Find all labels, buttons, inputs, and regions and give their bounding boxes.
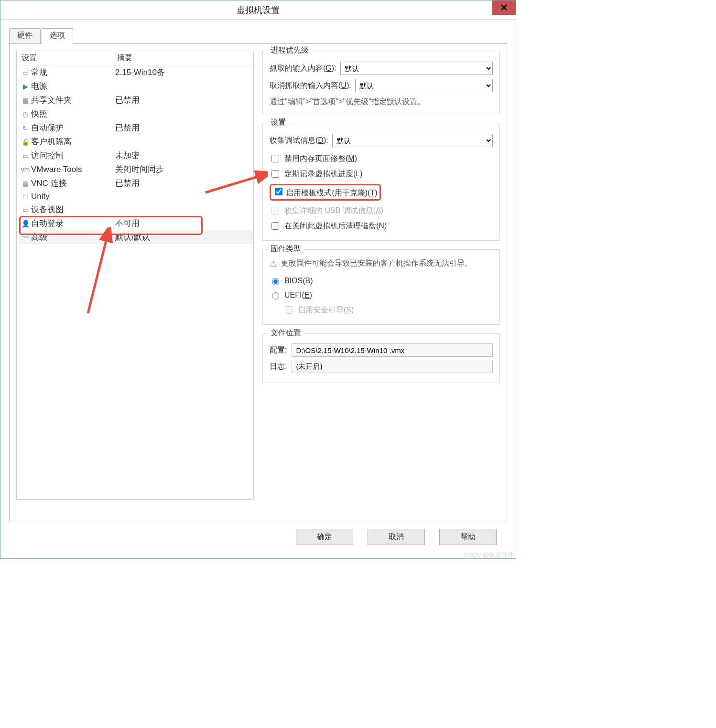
label-config: 配置: — [270, 345, 287, 355]
chk-usb — [271, 207, 279, 214]
select-debug[interactable]: 默认 — [332, 134, 493, 147]
row-name: VMware Tools — [31, 165, 82, 174]
row-name: 高级 — [31, 232, 47, 243]
select-grabbed[interactable]: 默认 — [340, 62, 493, 75]
row-icon: ▤ — [20, 96, 31, 104]
client-area: 硬件 选项 设置 摘要 ▭常规2.15-Win10备▶电源▤共享文件夹已禁用◷快… — [0, 20, 516, 558]
dialog-footer: 确定 取消 帮助 — [9, 521, 507, 554]
ok-button[interactable]: 确定 — [296, 529, 353, 545]
list-item[interactable]: ▭访问控制未加密 — [17, 149, 253, 162]
group-firmware: 固件类型 ⚠更改固件可能会导致已安装的客户机操作系统无法引导。 BIOS(B) … — [262, 249, 500, 325]
list-item[interactable]: ▦VNC 连接已禁用 — [17, 176, 253, 190]
list-item[interactable]: 🔒客户机隔离 — [17, 135, 253, 149]
label-bios: BIOS(B) — [284, 277, 313, 285]
list-item[interactable]: ◷快照 — [17, 107, 253, 121]
firmware-warn: 更改固件可能会导致已安装的客户机操作系统无法引导。 — [281, 258, 472, 268]
titlebar: 虚拟机设置 ✕ — [0, 0, 516, 20]
list-item[interactable]: vmVMware Tools关闭时间同步 — [17, 162, 253, 176]
input-log-path[interactable] — [292, 360, 493, 373]
col-summary: 摘要 — [112, 51, 253, 65]
radio-uefi[interactable] — [272, 292, 279, 300]
warning-icon: ⚠ — [270, 258, 277, 269]
close-icon: ✕ — [500, 2, 508, 13]
row-name: 自动保护 — [31, 122, 64, 133]
chk-template[interactable] — [275, 188, 282, 195]
group-title-settings: 设置 — [268, 118, 289, 128]
list-body: ▭常规2.15-Win10备▶电源▤共享文件夹已禁用◷快照↻自动保护已禁用🔒客户… — [17, 65, 253, 244]
radio-bios[interactable] — [272, 278, 279, 285]
row-summary: 默认/默认 — [112, 232, 253, 243]
left-column: 设置 摘要 ▭常规2.15-Win10备▶电源▤共享文件夹已禁用◷快照↻自动保护… — [16, 51, 254, 514]
row-summary: 2.15-Win10备 — [112, 67, 253, 78]
list-item[interactable]: ▭常规2.15-Win10备 — [17, 65, 253, 79]
cancel-button[interactable]: 取消 — [368, 529, 425, 545]
row-name: 访问控制 — [31, 150, 64, 161]
help-button[interactable]: 帮助 — [439, 529, 497, 545]
list-item[interactable]: ◻Unity — [17, 190, 253, 203]
settings-list: 设置 摘要 ▭常规2.15-Win10备▶电源▤共享文件夹已禁用◷快照↻自动保护… — [16, 51, 254, 500]
list-item[interactable]: ▤共享文件夹已禁用 — [17, 93, 253, 107]
row-name: 共享文件夹 — [31, 95, 72, 106]
group-priority: 进程优先级 抓取的输入内容(G): 默认 取消抓取的输入内容(U): 默认 通过… — [262, 51, 500, 114]
label-mem: 禁用内存页面修整(M) — [284, 154, 357, 164]
row-name: 常规 — [31, 67, 47, 78]
list-item[interactable]: ↻自动保护已禁用 — [17, 121, 253, 135]
row-summary: 已禁用 — [112, 122, 253, 133]
select-ungrabbed[interactable]: 默认 — [355, 79, 493, 92]
row-icon: vm — [20, 166, 31, 173]
label-debug: 收集调试信息(D): — [270, 136, 328, 146]
chk-mem[interactable] — [271, 155, 279, 162]
row-name: 电源 — [31, 81, 47, 92]
row-summary: 未加密 — [112, 150, 253, 161]
group-title-firmware: 固件类型 — [268, 244, 304, 254]
list-item[interactable]: 👤自动登录不可用 — [17, 216, 253, 230]
row-name: 自动登录 — [31, 218, 64, 229]
list-item[interactable]: ▶电源 — [17, 79, 253, 93]
tab-options[interactable]: 选项 — [42, 28, 73, 44]
window-title: 虚拟机设置 — [237, 4, 280, 16]
chk-log[interactable] — [271, 170, 279, 178]
list-header: 设置 摘要 — [17, 51, 253, 65]
tab-hardware[interactable]: 硬件 — [9, 28, 41, 44]
row-icon: ▭ — [20, 152, 31, 160]
row-name: 客户机隔离 — [31, 136, 72, 147]
row-summary: 已禁用 — [112, 178, 253, 189]
label-secure-boot: 启用安全引导(S) — [298, 305, 354, 315]
chk-secure-boot — [285, 306, 293, 314]
group-title-priority: 进程优先级 — [268, 45, 312, 55]
tab-pane-options: 设置 摘要 ▭常规2.15-Win10备▶电源▤共享文件夹已禁用◷快照↻自动保护… — [9, 43, 507, 521]
group-title-fileloc: 文件位置 — [268, 328, 304, 338]
row-icon: 🔒 — [20, 138, 31, 146]
row-summary: 关闭时间同步 — [112, 164, 253, 175]
row-icon: ▭ — [20, 206, 31, 214]
list-item[interactable]: 〰高级默认/默认 — [17, 230, 253, 244]
label-clean: 在关闭此虚拟机后清理磁盘(N) — [284, 221, 387, 231]
label-uefi: UEFI(E) — [284, 291, 312, 300]
label-template: 启用模板模式(用于克隆)(T) — [286, 189, 377, 197]
right-column: 进程优先级 抓取的输入内容(G): 默认 取消抓取的输入内容(U): 默认 通过… — [262, 51, 500, 514]
close-button[interactable]: ✕ — [492, 0, 516, 15]
list-item[interactable]: ▭设备视图 — [17, 203, 253, 216]
row-icon: 〰 — [20, 234, 31, 241]
group-file-location: 文件位置 配置: 日志: — [262, 333, 500, 383]
label-ungrabbed: 取消抓取的输入内容(U): — [270, 81, 351, 91]
row-summary: 已禁用 — [112, 95, 253, 106]
row-name: Unity — [31, 192, 50, 201]
input-config-path[interactable] — [292, 343, 493, 357]
vm-settings-window: 虚拟机设置 ✕ 硬件 选项 设置 摘要 ▭常规2.15-Win10备▶电源▤共享… — [0, 0, 516, 559]
chk-clean[interactable] — [271, 222, 279, 230]
label-grabbed: 抓取的输入内容(G): — [270, 64, 336, 74]
row-icon: 👤 — [20, 220, 31, 227]
label-log: 定期记录虚拟机进度(L) — [284, 169, 363, 179]
row-icon: ▶ — [20, 83, 31, 90]
row-icon: ◻ — [20, 193, 31, 200]
watermark: CSDN @纵道软件 — [463, 551, 514, 559]
group-settings: 设置 收集调试信息(D): 默认 禁用内存页面修整(M) 定期记录虚拟机进度(L… — [262, 123, 500, 241]
label-logpath: 日志: — [270, 362, 287, 372]
col-setting: 设置 — [17, 51, 112, 65]
row-icon: ▦ — [20, 180, 31, 187]
row-name: 设备视图 — [31, 204, 64, 215]
row-icon: ◷ — [20, 110, 31, 118]
row-icon: ▭ — [20, 69, 31, 76]
row-name: 快照 — [31, 108, 47, 119]
